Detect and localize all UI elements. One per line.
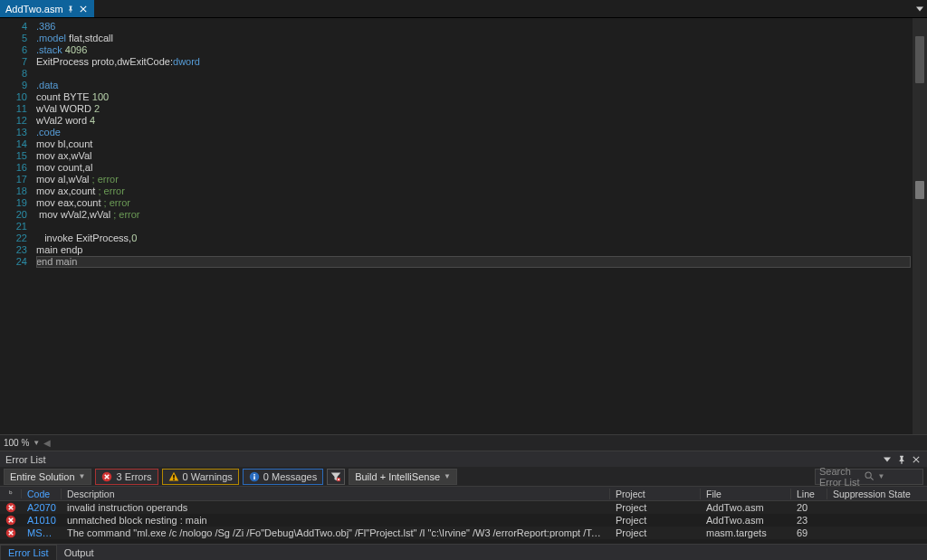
error-file: AddTwo.asm (701, 515, 791, 526)
warnings-count: 0 Warnings (183, 471, 233, 482)
editor-status-bar: 100 % ▼ ◀ (0, 434, 927, 451)
document-tab-bar: AddTwo.asm (0, 0, 927, 18)
svg-rect-3 (173, 474, 175, 478)
errorlist-panel-header: Error List (0, 451, 927, 467)
tab-title: AddTwo.asm (5, 4, 63, 14)
vertical-scrollbar[interactable] (913, 18, 927, 434)
errorlist-toolbar: Entire Solution ▼ 3 Errors 0 Warnings 0 … (0, 467, 927, 487)
errors-filter-button[interactable]: 3 Errors (95, 469, 158, 485)
pin-icon[interactable] (896, 454, 907, 465)
col-project[interactable]: Project (610, 489, 701, 499)
tab-output[interactable]: Output (57, 546, 101, 560)
close-icon[interactable] (911, 454, 922, 465)
code-content[interactable]: .386.model flat,stdcall.stack 4096ExitPr… (36, 18, 927, 434)
chevron-down-icon[interactable]: ▼ (33, 439, 40, 447)
col-description[interactable]: Description (62, 489, 610, 499)
error-file: AddTwo.asm (701, 502, 791, 513)
error-description: unmatched block nesting : main (62, 515, 610, 526)
chevron-down-icon: ▼ (79, 472, 86, 480)
error-line: 20 (791, 502, 827, 513)
tab-error-list[interactable]: Error List (0, 545, 57, 560)
scroll-left-icon[interactable]: ◀ (43, 438, 51, 448)
error-project: Project (610, 502, 701, 513)
tab-overflow-dropdown[interactable] (913, 0, 927, 17)
col-code[interactable]: Code (22, 489, 62, 499)
error-icon (0, 527, 22, 538)
line-number-gutter: 456789101112131415161718192021222324 (0, 18, 36, 434)
error-row[interactable]: MSB3721The command "ml.exe /c /nologo /S… (0, 527, 927, 539)
error-row[interactable]: A2070invalid instruction operandsProject… (0, 501, 927, 514)
zoom-level[interactable]: 100 % (4, 438, 29, 448)
errorlist-search-input[interactable]: Search Error List ▼ (815, 469, 923, 485)
search-placeholder: Search Error List (819, 466, 861, 488)
error-file: masm.targets (701, 527, 791, 538)
error-project: Project (610, 515, 701, 526)
svg-rect-6 (253, 474, 255, 476)
document-tab[interactable]: AddTwo.asm (0, 0, 94, 17)
error-icon (0, 515, 22, 526)
col-file[interactable]: File (701, 489, 791, 499)
scrollbar-marker (915, 181, 924, 199)
error-code: A1010 (22, 515, 62, 526)
scope-combo[interactable]: Entire Solution ▼ (4, 469, 91, 485)
error-icon (0, 502, 22, 513)
search-icon (865, 471, 874, 481)
col-line[interactable]: Line (791, 489, 827, 499)
col-icon[interactable]: ᵇ (0, 489, 22, 498)
warnings-filter-button[interactable]: 0 Warnings (162, 469, 239, 485)
error-description: The command "ml.exe /c /nologo /Sg /Zi /… (62, 527, 610, 538)
scope-label: Entire Solution (10, 471, 75, 482)
output-tabs: Error List Output (0, 544, 927, 560)
error-description: invalid instruction operands (62, 502, 610, 513)
code-editor[interactable]: 456789101112131415161718192021222324 .38… (0, 18, 927, 434)
error-line: 69 (791, 527, 827, 538)
error-code: A2070 (22, 502, 62, 513)
error-code: MSB3721 (22, 527, 62, 538)
error-row[interactable]: A1010unmatched block nesting : mainProje… (0, 514, 927, 527)
errorlist-grid-body: A2070invalid instruction operandsProject… (0, 501, 927, 539)
messages-count: 0 Messages (263, 471, 317, 482)
filter-icon[interactable] (327, 469, 345, 485)
pin-icon[interactable] (67, 4, 74, 14)
errorlist-grid-header[interactable]: ᵇ Code Description Project File Line Sup… (0, 487, 927, 501)
chevron-down-icon[interactable] (882, 454, 893, 465)
chevron-down-icon: ▼ (444, 472, 451, 480)
svg-point-9 (865, 472, 871, 478)
errorlist-title: Error List (5, 454, 46, 465)
error-project: Project (610, 527, 701, 538)
svg-rect-7 (253, 476, 255, 479)
build-mode-label: Build + IntelliSense (355, 471, 440, 482)
svg-rect-4 (173, 479, 175, 480)
error-line: 23 (791, 515, 827, 526)
chevron-down-icon: ▼ (878, 472, 920, 480)
errors-count: 3 Errors (116, 471, 151, 482)
build-mode-combo[interactable]: Build + IntelliSense ▼ (349, 469, 457, 485)
close-icon[interactable] (78, 4, 89, 14)
scrollbar-thumb[interactable] (915, 36, 924, 83)
messages-filter-button[interactable]: 0 Messages (243, 469, 323, 485)
col-suppression[interactable]: Suppression State (827, 489, 927, 499)
